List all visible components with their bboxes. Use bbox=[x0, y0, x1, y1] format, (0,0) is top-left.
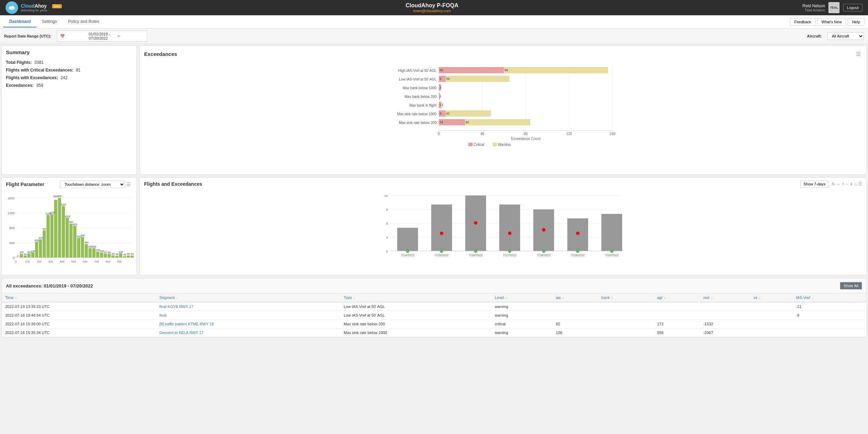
cell-segment[interactable]: final bbox=[156, 311, 340, 320]
date-range-input[interactable]: 📅 01/01/2019 - 07/20/2022 ✕ bbox=[57, 31, 147, 42]
svg-text:200: 200 bbox=[37, 260, 42, 263]
exc-dot-5 bbox=[576, 232, 579, 235]
app-title-area: CloudAhoy P-FOQA team@cloudahoy.com bbox=[62, 2, 802, 13]
secondary-nav: Dashboard Settings Policy and Roles Feed… bbox=[0, 15, 868, 28]
svg-text:48: 48 bbox=[116, 253, 118, 256]
aircraft-select[interactable]: All Aircraft bbox=[827, 32, 864, 40]
cell-segment[interactable]: [8] traffic pattern KTME RWY 18 bbox=[156, 320, 340, 328]
svg-rect-71 bbox=[104, 253, 107, 258]
col-bank[interactable]: bank ↕ bbox=[598, 293, 654, 302]
zoom-out-icon[interactable]: − bbox=[846, 182, 848, 186]
cell-bank bbox=[598, 311, 654, 320]
svg-text:6: 6 bbox=[440, 112, 441, 115]
cell-ias bbox=[552, 311, 598, 320]
svg-text:38: 38 bbox=[123, 253, 126, 256]
svg-text:7/19/2022: 7/19/2022 bbox=[571, 253, 585, 257]
table-header: Time ↕ Segment ↕ Type ↕ Level ↕ ias ↕ ba… bbox=[2, 293, 866, 302]
summary-panel: Summary Total Flights: 3381 Flights with… bbox=[1, 45, 137, 175]
all-exceedances-header: All exceedances: 01/01/2019 - 07/20/2022… bbox=[2, 278, 866, 293]
svg-text:56: 56 bbox=[112, 253, 115, 255]
sort-icon-level: ↕ bbox=[506, 296, 507, 300]
col-time[interactable]: Time ↕ bbox=[2, 293, 156, 302]
home-icon[interactable]: ⌂ bbox=[854, 182, 857, 186]
svg-text:823: 823 bbox=[73, 223, 77, 226]
svg-point-2 bbox=[11, 6, 14, 9]
show-7-days-button[interactable]: Show 7-days bbox=[800, 181, 829, 187]
exceedances-table: Time ↕ Segment ↕ Type ↕ Level ↕ ias ↕ ba… bbox=[2, 293, 866, 337]
feedback-button[interactable]: Feedback bbox=[790, 18, 816, 26]
cell-ias bbox=[552, 302, 598, 311]
svg-text:Max sink rate below 200: Max sink rate below 200 bbox=[399, 121, 436, 125]
cell-segment[interactable]: final KGYB RWY 17 bbox=[156, 302, 340, 311]
fp-dropdown[interactable]: Touchdown distance: zoom bbox=[60, 181, 125, 188]
logout-button[interactable]: Logout bbox=[843, 4, 862, 11]
col-type[interactable]: Type ↕ bbox=[340, 293, 491, 302]
cell-segment[interactable]: Descent to KELA RWY 17 bbox=[156, 328, 340, 337]
download-icon[interactable]: ↡ bbox=[850, 182, 853, 186]
svg-text:0: 0 bbox=[13, 256, 15, 260]
tab-policy-roles[interactable]: Policy and Roles bbox=[62, 16, 105, 27]
menu-icon-fe[interactable]: ☰ bbox=[858, 182, 862, 186]
pan-icon[interactable]: ↔ bbox=[836, 182, 841, 186]
svg-rect-78 bbox=[131, 256, 134, 258]
fe-svg: 12 9 6 3 0 bbox=[144, 192, 862, 268]
app-title: CloudAhoy P-FOQA bbox=[62, 2, 802, 9]
col-vs[interactable]: vs ↕ bbox=[750, 293, 792, 302]
exceedances-menu-icon[interactable]: ☰ bbox=[854, 49, 862, 59]
svg-text:1033: 1033 bbox=[65, 215, 70, 218]
col-level[interactable]: Level ↕ bbox=[491, 293, 552, 302]
fp-header: Flight Parameter Touchdown distance: zoo… bbox=[2, 178, 136, 191]
cell-ias_vref bbox=[792, 320, 866, 328]
fp-menu-icon[interactable]: ☰ bbox=[125, 182, 132, 187]
svg-rect-57 bbox=[50, 214, 53, 258]
svg-text:60: 60 bbox=[440, 68, 443, 72]
show-all-button[interactable]: Show All bbox=[840, 282, 862, 290]
cell-msl bbox=[700, 302, 750, 311]
col-msl[interactable]: msl ↕ bbox=[700, 293, 750, 302]
cell-msl: -1532 bbox=[700, 320, 750, 328]
cell-ias_vref bbox=[792, 328, 866, 337]
cell-time: 2022-07-16 15:39:00 UTC bbox=[2, 320, 156, 328]
whats-new-button[interactable]: What's New bbox=[817, 18, 846, 26]
svg-text:7/14/2022: 7/14/2022 bbox=[401, 253, 415, 257]
svg-rect-60 bbox=[62, 206, 65, 258]
tab-settings[interactable]: Settings bbox=[36, 16, 62, 27]
svg-text:59: 59 bbox=[446, 77, 450, 81]
svg-text:120: 120 bbox=[566, 132, 572, 136]
svg-rect-76 bbox=[123, 256, 126, 258]
calendar-icon: 📅 bbox=[60, 34, 87, 39]
topbar: Cloud Ahoy debriefing for pilots beta Cl… bbox=[0, 0, 868, 15]
svg-text:1547: 1547 bbox=[57, 195, 62, 198]
cell-type: Max sink rate below 200 bbox=[340, 320, 491, 328]
svg-rect-63 bbox=[73, 226, 76, 258]
cloud-icon bbox=[8, 4, 16, 11]
svg-rect-68 bbox=[92, 248, 95, 258]
svg-text:500: 500 bbox=[71, 260, 76, 263]
top-row: Summary Total Flights: 3381 Flights with… bbox=[0, 44, 868, 176]
zoom-icon[interactable]: ↻ bbox=[832, 182, 835, 186]
logo-text: Cloud Ahoy debriefing for pilots bbox=[21, 3, 47, 12]
fp-svg: 1600 1200 800 400 0 bbox=[5, 192, 134, 272]
exceedances-chart: High IAS-Vref at 50' AGL Low IAS-Vref at… bbox=[140, 61, 866, 148]
svg-rect-49 bbox=[20, 254, 23, 258]
sort-icon-vs: ↕ bbox=[759, 296, 761, 300]
col-agl[interactable]: agl ↕ bbox=[654, 293, 700, 302]
tab-dashboard[interactable]: Dashboard bbox=[3, 16, 36, 27]
col-ias-vref[interactable]: IAS-Vref ↕ bbox=[792, 293, 866, 302]
fe-header: Flights and Exceedances Show 7-days ↻ ↔ … bbox=[140, 178, 866, 190]
zoom-in-icon[interactable]: + bbox=[842, 182, 844, 186]
exc-dot-4 bbox=[542, 228, 545, 232]
col-segment[interactable]: Segment ↕ bbox=[156, 293, 340, 302]
logo-cloud-text: Cloud bbox=[21, 3, 35, 9]
col-ias[interactable]: ias ↕ bbox=[552, 293, 598, 302]
sort-icon-time: ↕ bbox=[15, 296, 17, 300]
clear-date-icon[interactable]: ✕ bbox=[117, 34, 144, 39]
svg-text:0: 0 bbox=[386, 250, 388, 253]
logo-area: Cloud Ahoy debriefing for pilots beta bbox=[6, 1, 62, 14]
table-body: 2022-07-19 13:35:23 UTCfinal KGYB RWY 17… bbox=[2, 302, 866, 337]
cell-time: 2022-07-19 13:35:23 UTC bbox=[2, 302, 156, 311]
help-button[interactable]: Help bbox=[848, 18, 865, 26]
svg-text:409: 409 bbox=[35, 239, 39, 242]
main-content: Summary Total Flights: 3381 Flights with… bbox=[0, 44, 868, 339]
svg-text:60: 60 bbox=[466, 120, 469, 124]
